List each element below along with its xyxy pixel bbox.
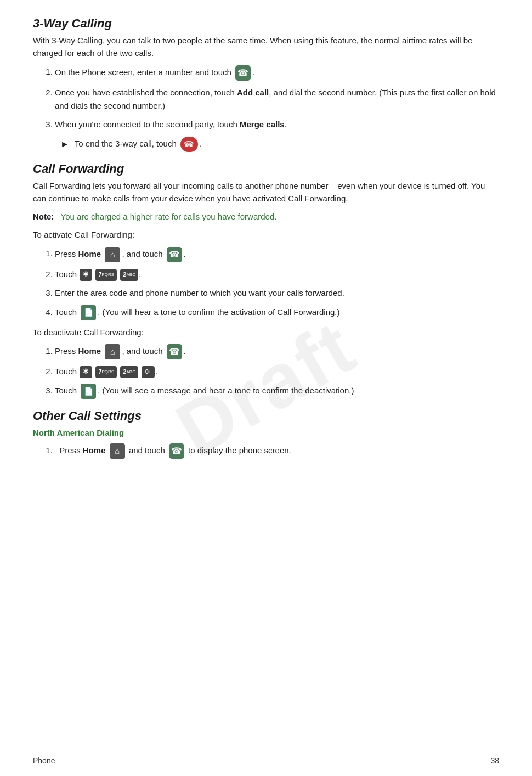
home-icon-3: ⌂ xyxy=(110,443,125,459)
home-icon-1: ⌂ xyxy=(105,247,120,262)
note-label: Note: xyxy=(33,212,54,221)
section-other-call-settings: Other Call Settings North American Diali… xyxy=(33,409,499,459)
star-key-icon-1: ✱ xyxy=(80,269,92,281)
note-icon-1: 📄 xyxy=(81,305,96,320)
deactivate-step-2: Touch ✱ 7PQRS 2ABC 0+. xyxy=(55,365,499,378)
step-3way-3: When you're connected to the second part… xyxy=(55,118,499,131)
section-call-forwarding: Call Forwarding Call Forwarding lets you… xyxy=(33,162,499,399)
activate-label: To activate Call Forwarding: xyxy=(33,228,499,241)
other-steps: Press Home ⌂ and touch ☎ to display the … xyxy=(55,443,499,459)
activate-step-3: Enter the area code and phone number to … xyxy=(55,286,499,300)
home-icon-2: ⌂ xyxy=(105,344,120,359)
section-other-title: Other Call Settings xyxy=(33,409,499,423)
activate-step-4: Touch 📄. (You will hear a tone to confir… xyxy=(55,305,499,320)
2abc-key-icon-1: 2ABC xyxy=(120,269,138,281)
deactivate-step-1: Press Home ⌂, and touch ☎. xyxy=(55,344,499,359)
note-icon-2: 📄 xyxy=(81,384,96,399)
bullet-arrow-icon: ► xyxy=(60,137,69,151)
section-3way-calling: 3-Way Calling With 3-Way Calling, you ca… xyxy=(33,16,499,152)
star-key-icon-2: ✱ xyxy=(80,366,92,378)
activate-step-1: Press Home ⌂, and touch ☎. xyxy=(55,247,499,262)
deactivate-steps: Press Home ⌂, and touch ☎. Touch ✱ 7PQRS… xyxy=(55,344,499,399)
note-line: Note: You are charged a higher rate for … xyxy=(33,210,499,223)
section-forwarding-title: Call Forwarding xyxy=(33,162,499,176)
footer-left: Phone xyxy=(33,756,55,765)
section-3way-steps: On the Phone screen, enter a number and … xyxy=(55,65,499,131)
deactivate-step-3: Touch 📄. (You will see a message and hea… xyxy=(55,384,499,399)
7pqrs-key-icon-1: 7PQRS xyxy=(95,269,117,281)
section-forwarding-intro: Call Forwarding lets you forward all you… xyxy=(33,179,499,205)
phone-icon-1: ☎ xyxy=(235,65,251,81)
phone-icon-2: ☎ xyxy=(167,247,182,262)
phone-icon-3: ☎ xyxy=(167,344,182,359)
deactivate-label: To deactivate Call Forwarding: xyxy=(33,326,499,339)
step-3way-1: On the Phone screen, enter a number and … xyxy=(55,65,499,81)
7pqrs-key-icon-2: 7PQRS xyxy=(95,366,117,378)
page-footer: Phone 38 xyxy=(33,756,499,765)
section-3way-title: 3-Way Calling xyxy=(33,16,499,31)
phone-icon-4: ☎ xyxy=(169,443,184,459)
2abc-key-icon-2: 2ABC xyxy=(120,366,138,378)
bullet-3way-end-text: To end the 3-way call, touch ☎. xyxy=(75,137,202,152)
activate-steps: Press Home ⌂, and touch ☎. Touch ✱ 7PQRS… xyxy=(55,247,499,320)
0plus-key-icon: 0+ xyxy=(142,366,155,378)
activate-step-2: Touch ✱ 7PQRS 2ABC. xyxy=(55,268,499,281)
bullet-3way-end: ► To end the 3-way call, touch ☎. xyxy=(60,137,499,152)
end-call-icon: ☎ xyxy=(180,137,198,152)
footer-right: 38 xyxy=(490,756,499,765)
section-3way-intro: With 3-Way Calling, you can talk to two … xyxy=(33,34,499,60)
other-step-1: Press Home ⌂ and touch ☎ to display the … xyxy=(55,443,499,459)
north-american-dialing-subtitle: North American Dialing xyxy=(33,426,499,439)
step-3way-2: Once you have established the connection… xyxy=(55,86,499,113)
